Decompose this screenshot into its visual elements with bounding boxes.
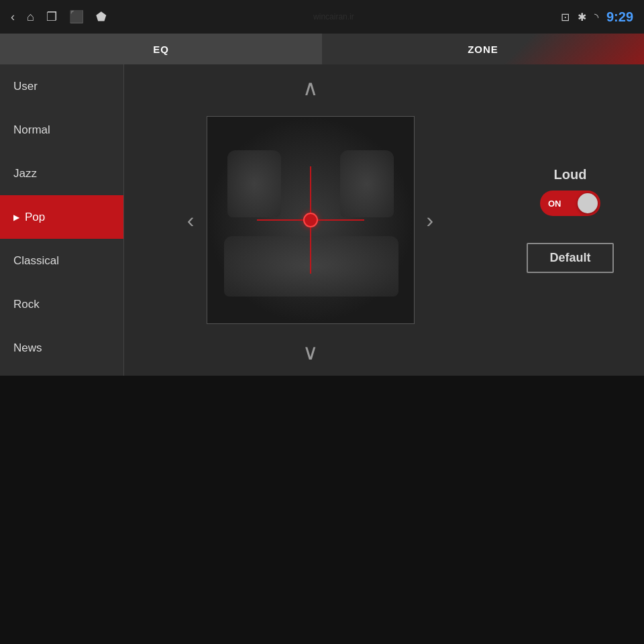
status-bar: ‹ ⌂ ❐ ⬛ ⬟ wincairan.ir ⊡ ✱ ◝ 9:29: [0, 0, 644, 34]
sidebar-item-classical[interactable]: Classical: [0, 239, 123, 282]
tab-zone[interactable]: ZONE: [322, 34, 644, 64]
bluetooth-icon[interactable]: ✱: [578, 11, 586, 23]
right-panel: Loud ON Default: [496, 64, 644, 376]
bag-icon[interactable]: ⬟: [96, 9, 107, 24]
sidebar-label-rock: Rock: [13, 298, 40, 311]
status-bar-left: ‹ ⌂ ❐ ⬛ ⬟: [11, 9, 107, 24]
sidebar-item-rock[interactable]: Rock: [0, 282, 123, 326]
sidebar-label-jazz: Jazz: [13, 167, 37, 180]
loud-label: Loud: [554, 167, 587, 182]
sidebar-label-user: User: [13, 80, 38, 93]
sidebar: User Normal Jazz ▶ Pop Classical: [0, 64, 124, 376]
crosshair-dot: [303, 213, 318, 227]
loud-toggle[interactable]: ON: [540, 191, 600, 216]
default-button[interactable]: Default: [527, 243, 613, 273]
device-screen: ‹ ⌂ ❐ ⬛ ⬟ wincairan.ir ⊡ ✱ ◝ 9:29 EQ ZON…: [0, 0, 644, 376]
status-bar-right: ⊡ ✱ ◝ 9:29: [561, 9, 633, 25]
camera-icon[interactable]: ⬛: [69, 9, 84, 24]
sidebar-label-news: News: [13, 341, 42, 355]
tab-eq[interactable]: EQ: [0, 34, 322, 64]
center-panel: ∧ ‹: [124, 64, 496, 376]
down-arrow[interactable]: ∨: [294, 337, 326, 368]
loud-section: Loud ON: [540, 167, 600, 216]
main-content: User Normal Jazz ▶ Pop Classical: [0, 64, 644, 376]
bottom-space: [0, 376, 644, 644]
time-display: 9:29: [606, 9, 633, 25]
sidebar-label-pop: Pop: [25, 211, 45, 224]
crosshair: [257, 166, 364, 274]
tab-bar: EQ ZONE: [0, 34, 644, 64]
back-icon[interactable]: ‹: [11, 10, 15, 24]
arrows-row: ‹: [182, 116, 439, 324]
toggle-on-label: ON: [548, 199, 561, 209]
outer-wrapper: ‹ ⌂ ❐ ⬛ ⬟ wincairan.ir ⊡ ✱ ◝ 9:29 EQ ZON…: [0, 0, 644, 644]
sidebar-label-normal: Normal: [13, 123, 50, 137]
home-icon[interactable]: ⌂: [27, 10, 34, 24]
toggle-thumb: [578, 193, 598, 213]
up-arrow[interactable]: ∧: [294, 72, 326, 103]
sidebar-item-pop[interactable]: ▶ Pop: [0, 195, 123, 239]
right-arrow[interactable]: ›: [421, 205, 439, 235]
wifi-icon[interactable]: ◝: [594, 11, 598, 23]
zone-map[interactable]: [207, 116, 415, 324]
windows-icon[interactable]: ❐: [46, 9, 57, 24]
watermark-top: wincairan.ir: [120, 12, 547, 21]
sidebar-label-classical: Classical: [13, 254, 59, 268]
cast-icon[interactable]: ⊡: [561, 11, 570, 23]
sidebar-item-news[interactable]: News: [0, 326, 123, 370]
sidebar-item-jazz[interactable]: Jazz: [0, 152, 123, 195]
left-arrow[interactable]: ‹: [182, 205, 200, 235]
sidebar-item-user[interactable]: User: [0, 64, 123, 108]
play-icon: ▶: [13, 213, 19, 222]
sidebar-item-normal[interactable]: Normal: [0, 108, 123, 152]
